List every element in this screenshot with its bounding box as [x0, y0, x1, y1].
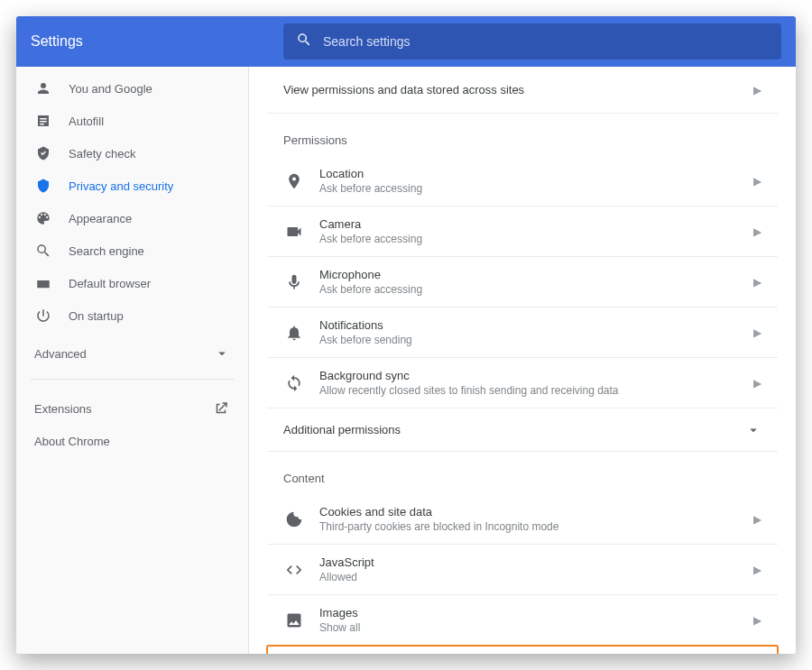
row-subtitle: Ask before sending [319, 334, 739, 346]
body: You and Google Autofill Safety check Pri… [16, 67, 796, 654]
sidebar-advanced[interactable]: Advanced [16, 337, 248, 370]
safety-icon [34, 145, 52, 161]
sidebar-item-about-chrome[interactable]: About Chrome [16, 425, 248, 457]
sidebar-item-label: Privacy and security [69, 179, 173, 193]
open-external-icon [212, 400, 230, 417]
sidebar-item-appearance[interactable]: Appearance [16, 202, 248, 234]
shield-icon [34, 178, 52, 194]
appearance-icon [34, 210, 52, 226]
mic-icon [283, 273, 305, 291]
sidebar-item-default-browser[interactable]: Default browser [16, 267, 248, 299]
chevron-right-icon: ▶ [753, 276, 761, 289]
bell-icon [283, 324, 305, 342]
sidebar-item-on-startup[interactable]: On startup [16, 299, 248, 332]
person-icon [34, 80, 52, 96]
row-subtitle: Ask before accessing [319, 182, 739, 195]
row-subtitle: Ask before accessing [319, 283, 739, 296]
cookie-icon [283, 510, 305, 528]
browser-icon [34, 275, 52, 291]
sidebar-item-label: Autofill [69, 115, 104, 128]
row-title: Background sync [319, 369, 739, 382]
chevron-right-icon: ▶ [753, 175, 761, 188]
sidebar-item-label: On startup [69, 309, 124, 323]
row-microphone[interactable]: Microphone Ask before accessing ▶ [267, 257, 778, 307]
row-title: Cookies and site data [319, 505, 739, 519]
row-view-permissions-data[interactable]: View permissions and data stored across … [267, 67, 778, 114]
row-cookies[interactable]: Cookies and site data Third-party cookie… [267, 494, 778, 545]
sidebar-item-autofill[interactable]: Autofill [16, 105, 248, 137]
sidebar-divider [31, 379, 234, 380]
location-icon [283, 172, 305, 190]
chevron-right-icon: ▶ [753, 513, 761, 526]
sidebar-item-label: Default browser [69, 277, 151, 290]
page-title: Settings [31, 33, 283, 50]
sync-icon [283, 374, 305, 392]
advanced-label: Advanced [34, 347, 87, 361]
chevron-down-icon [745, 422, 761, 438]
chevron-right-icon: ▶ [753, 377, 761, 390]
code-icon [283, 561, 305, 579]
row-subtitle: Allowed [319, 571, 739, 583]
row-title: Location [319, 167, 739, 180]
sidebar-item-safety-check[interactable]: Safety check [16, 137, 248, 170]
about-label: About Chrome [34, 435, 110, 448]
image-icon [283, 611, 305, 629]
sidebar-item-privacy-and-security[interactable]: Privacy and security [16, 170, 248, 202]
row-javascript[interactable]: JavaScript Allowed ▶ [267, 545, 778, 595]
row-title: Microphone [319, 268, 739, 281]
content-panel[interactable]: View permissions and data stored across … [249, 67, 796, 654]
row-title: Camera [319, 217, 739, 231]
row-subtitle: Show all [319, 621, 739, 634]
row-title: Images [319, 606, 739, 620]
extensions-label: Extensions [34, 402, 92, 416]
search-input[interactable] [323, 34, 769, 49]
sidebar-item-you-and-google[interactable]: You and Google [16, 72, 248, 105]
row-camera[interactable]: Camera Ask before accessing ▶ [267, 207, 778, 257]
row-popups-and-redirects[interactable]: Pop-ups and redirects Blocked ▶ [267, 646, 778, 654]
sidebar-item-label: Appearance [69, 212, 132, 225]
row-images[interactable]: Images Show all ▶ [267, 595, 778, 646]
autofill-icon [34, 113, 52, 129]
sidebar-item-label: Search engine [69, 244, 144, 258]
row-notifications[interactable]: Notifications Ask before sending ▶ [267, 307, 778, 358]
chevron-right-icon: ▶ [753, 225, 761, 238]
row-title: JavaScript [319, 555, 739, 569]
row-subtitle: Third-party cookies are blocked in Incog… [319, 520, 739, 533]
row-title: View permissions and data stored across … [283, 83, 739, 96]
chevron-right-icon: ▶ [753, 326, 761, 339]
row-location[interactable]: Location Ask before accessing ▶ [267, 156, 778, 207]
sidebar-item-label: Safety check [69, 147, 135, 161]
settings-window: Settings You and Google Autofill Safety … [16, 16, 796, 654]
chevron-down-icon [214, 345, 230, 362]
row-title: Additional permissions [283, 423, 401, 436]
section-permissions-label: Permissions [267, 114, 778, 156]
row-subtitle: Ask before accessing [319, 233, 739, 245]
sidebar: You and Google Autofill Safety check Pri… [16, 67, 249, 654]
row-title: Notifications [319, 318, 739, 332]
chevron-right-icon: ▶ [753, 564, 761, 576]
chevron-right-icon: ▶ [753, 84, 761, 96]
camera-icon [283, 223, 305, 241]
search-engine-icon [34, 243, 52, 259]
sidebar-item-search-engine[interactable]: Search engine [16, 234, 248, 267]
sidebar-item-label: You and Google [69, 82, 152, 96]
header-bar: Settings [16, 16, 796, 67]
chevron-right-icon: ▶ [753, 614, 761, 627]
search-box[interactable] [283, 23, 781, 60]
row-additional-permissions[interactable]: Additional permissions [267, 408, 778, 452]
power-icon [34, 307, 52, 324]
section-content-label: Content [267, 452, 778, 494]
row-subtitle: Allow recently closed sites to finish se… [319, 384, 739, 397]
search-icon [296, 32, 312, 51]
sidebar-item-extensions[interactable]: Extensions [16, 392, 248, 425]
row-background-sync[interactable]: Background sync Allow recently closed si… [267, 358, 778, 408]
